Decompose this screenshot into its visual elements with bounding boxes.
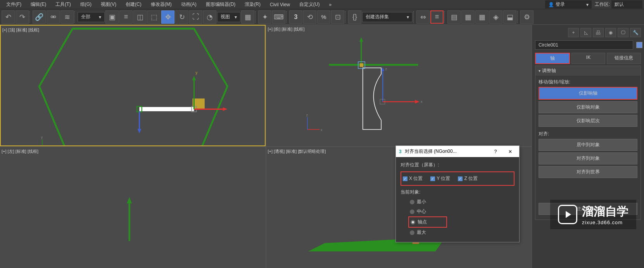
workspace-dropdown[interactable]: 默认 (611, 0, 642, 9)
percent-snap-button[interactable]: % (317, 10, 330, 24)
login-dropdown[interactable]: 👤 登录 ▾ (545, 0, 592, 9)
affect-hierarchy-only-button[interactable]: 仅影响层次 (539, 115, 637, 127)
menu-graph[interactable]: 图形编辑器(D) (201, 0, 240, 9)
app-logo-icon: 3 (399, 149, 402, 154)
menu-modifiers[interactable]: 修改器(M) (146, 0, 176, 9)
align-to-object-button[interactable]: 对齐到对象 (539, 152, 637, 164)
placement-button[interactable]: ◔ (203, 10, 216, 24)
material-editor-button[interactable]: ⬓ (503, 10, 516, 24)
selection-filter[interactable]: 全部 ▾ (78, 12, 105, 22)
create-tab-icon[interactable]: + (568, 28, 579, 37)
svg-text:z: z (306, 113, 308, 117)
watermark-title: 溜溜自学 (582, 204, 628, 220)
align-position-label: 对齐位置（屏幕）: (401, 162, 515, 168)
viewport-label[interactable]: [+] [前] [标准] [线框] (268, 26, 305, 32)
menu-create[interactable]: 创建(C) (121, 0, 146, 9)
snap-toggle-button[interactable]: 3 (289, 10, 302, 24)
schematic-view-button[interactable]: ◈ (489, 10, 502, 24)
checkbox-label: Z 位置 (464, 175, 478, 182)
z-position-checkbox[interactable]: ✓ Z 位置 (458, 175, 478, 182)
select-manipulate-button[interactable]: ✦ (258, 10, 271, 24)
mirror-button[interactable]: ⇔ (416, 10, 430, 24)
angle-snap-button[interactable]: ⟲ (303, 10, 316, 24)
menu-more[interactable]: » (324, 1, 336, 8)
render-setup-button[interactable]: ⚙ (520, 10, 534, 24)
menu-group[interactable]: 组(G) (76, 0, 96, 9)
menu-view[interactable]: 视图(V) (96, 0, 121, 9)
chevron-down-icon: ▾ (586, 2, 589, 7)
viewport-label[interactable]: [+] [顶] [标准] [线框] (2, 27, 39, 33)
radio-label: 最大 (417, 229, 426, 236)
dialog-help-button[interactable]: ? (490, 149, 501, 154)
checkbox-icon: ✓ (458, 176, 463, 181)
select-button[interactable]: ▣ (105, 10, 119, 24)
viewport-front[interactable]: [+] [前] [标准] [线框] z x (266, 25, 532, 146)
use-pivot-button[interactable]: ▦ (241, 10, 254, 24)
utilities-tab-icon[interactable]: 🔧 (630, 28, 641, 37)
object-color-swatch[interactable] (636, 42, 642, 48)
dialog-close-button[interactable]: ✕ (504, 149, 516, 154)
svg-rect-2 (139, 107, 194, 111)
spinner-snap-button[interactable]: ⊡ (331, 10, 344, 24)
viewport-top[interactable]: [+] [顶] [标准] [线框] y (0, 25, 266, 146)
y-position-checkbox[interactable]: ✓ Y 位置 (430, 175, 450, 182)
unlink-button[interactable]: ⚮ (47, 10, 60, 24)
watermark: 溜溜自学 zixue.3d66.com (550, 200, 636, 229)
viewport-label[interactable]: [+] [左] [标准] [线框] (2, 149, 38, 154)
motion-tab-icon[interactable]: ◉ (605, 28, 616, 37)
svg-text:x: x (420, 99, 422, 104)
radio-minimum[interactable]: 最小 (408, 197, 515, 207)
bind-button[interactable]: ≋ (60, 10, 74, 24)
radio-pivot[interactable]: 轴点 (408, 216, 447, 228)
display-tab-icon[interactable]: 🖵 (618, 28, 628, 37)
dialog-title: 对齐当前选择 (NGon00... (405, 148, 487, 155)
menu-edit[interactable]: 编辑(E) (26, 0, 51, 9)
move-button[interactable]: ✥ (161, 10, 174, 24)
menu-animation[interactable]: 动画(A) (176, 0, 201, 9)
layer-explorer-button[interactable]: ▤ (447, 10, 461, 24)
center-to-object-button[interactable]: 居中到对象 (539, 139, 637, 151)
named-selection-sets[interactable]: 创建选择集 ▾ (362, 12, 413, 22)
align-to-world-button[interactable]: 对齐到世界 (539, 166, 637, 178)
curve-editor-button[interactable]: ▦ (475, 10, 489, 24)
redo-button[interactable]: ↷ (16, 10, 29, 24)
watermark-url: zixue.3d66.com (582, 220, 628, 225)
viewport-left[interactable]: [+] [左] [标准] [线框] (0, 147, 266, 268)
align-button[interactable]: ≡ (430, 10, 444, 24)
hierarchy-tab-icon[interactable]: 品 (593, 28, 604, 37)
object-name-field[interactable]: Circle001 (535, 40, 633, 50)
pivot-tab[interactable]: 轴 (535, 53, 570, 64)
x-position-checkbox[interactable]: ✓ X 位置 (403, 175, 423, 182)
undo-button[interactable]: ↶ (2, 10, 15, 24)
svg-rect-21 (359, 63, 363, 67)
scale-button[interactable]: ⛶ (189, 10, 202, 24)
radio-center[interactable]: 中心 (408, 207, 515, 216)
ref-coord-system[interactable]: 视图 ▾ (217, 12, 240, 22)
link-button[interactable]: 🔗 (33, 10, 46, 24)
viewport-label[interactable]: [+] [透视] [标准] [默认明暗处理] (268, 149, 326, 154)
radio-maximum[interactable]: 最大 (408, 228, 515, 237)
menu-tools[interactable]: 工具(T) (51, 0, 75, 9)
svg-marker-25 (415, 100, 419, 104)
select-region-button[interactable]: ◫ (133, 10, 147, 24)
keyboard-shortcut-button[interactable]: ⌨ (272, 10, 285, 24)
edit-selection-set[interactable]: {} (348, 10, 361, 24)
affect-pivot-only-button[interactable]: 仅影响轴 (539, 87, 637, 100)
window-crossing-button[interactable]: ⬚ (147, 10, 161, 24)
main-toolbar: ↶ ↷ 🔗 ⚮ ≋ 全部 ▾ ▣ ≡ ◫ ⬚ ✥ ↻ ⛶ ◔ 视图 ▾ ▦ ✦ … (0, 9, 644, 25)
chevron-down-icon: ▾ (99, 14, 101, 20)
svg-marker-19 (359, 37, 363, 42)
link-info-tab[interactable]: 链接信息 (607, 53, 641, 64)
menu-render[interactable]: 渲染(R) (240, 0, 265, 9)
menu-customize[interactable]: 自定义(U) (295, 0, 325, 9)
rotate-button[interactable]: ↻ (175, 10, 188, 24)
adjust-pivot-header[interactable]: 调整轴 (535, 66, 641, 76)
affect-object-only-button[interactable]: 仅影响对象 (539, 101, 637, 113)
menu-file[interactable]: 文件(F) (2, 0, 26, 9)
select-name-button[interactable]: ≡ (119, 10, 133, 24)
ik-tab[interactable]: IK (571, 53, 606, 64)
menu-civil[interactable]: Civil View (265, 1, 295, 8)
toggle-ribbon-button[interactable]: ▦ (461, 10, 475, 24)
align-label: 对齐: (539, 131, 637, 137)
modify-tab-icon[interactable]: ◺ (580, 28, 591, 37)
